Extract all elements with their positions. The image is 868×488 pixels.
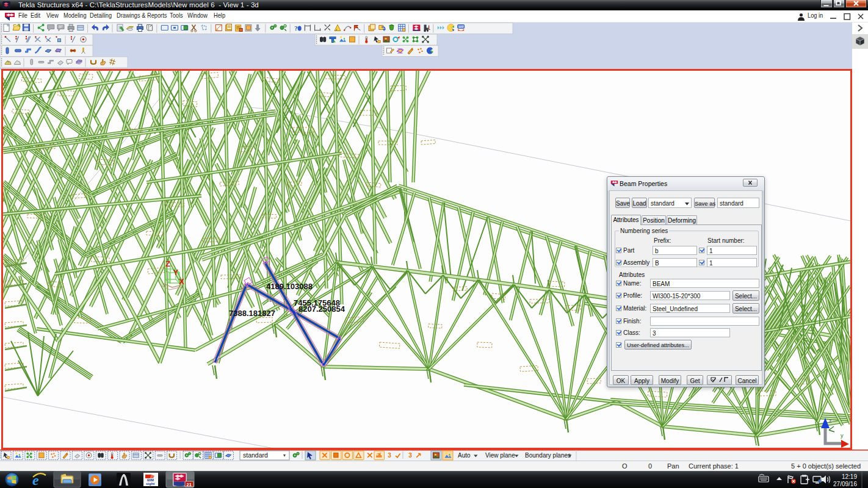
svg-text:View plane: View plane [485,452,515,459]
svg-text:Boundary planes: Boundary planes [525,452,571,459]
svg-text:8207.250854: 8207.250854 [298,304,345,314]
svg-text:sight: sight [146,482,154,486]
svg-text:z: z [829,418,832,424]
svg-text:Z: Z [165,259,170,268]
svg-text:3: 3 [388,452,391,459]
svg-text:WIP: WIP [458,26,464,29]
svg-text:12:19: 12:19 [842,473,857,480]
svg-text:standard: standard [243,451,268,459]
svg-text:4189.103088: 4189.103088 [266,282,313,291]
svg-text:21: 21 [187,482,192,487]
svg-text:X: X [179,277,184,286]
svg-text:27/09/16: 27/09/16 [833,481,857,487]
svg-text:3: 3 [408,452,412,459]
svg-text:Y: Y [173,268,178,277]
svg-text:7388.181827: 7388.181827 [229,309,275,318]
svg-text:Auto: Auto [458,452,471,459]
svg-text:?: ? [294,24,298,32]
svg-text:y: y [841,432,844,439]
